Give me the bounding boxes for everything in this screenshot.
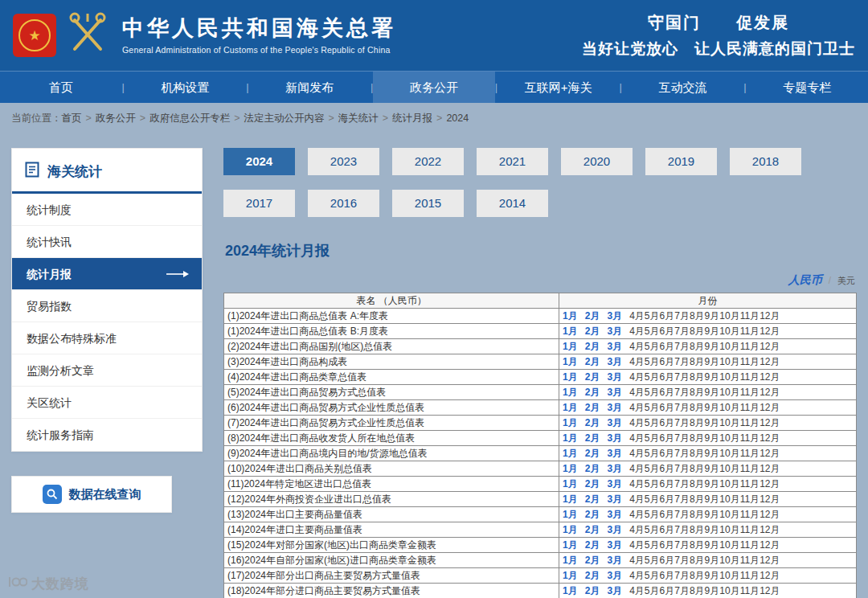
month-label: 11月 [740,478,760,489]
month-link[interactable]: 2月 [585,432,600,444]
month-link[interactable]: 2月 [585,356,600,367]
month-label: 5月 [645,509,660,520]
month-link[interactable]: 1月 [563,570,578,581]
sidebar-item-4[interactable]: 数据公布特殊标准 [12,322,202,354]
breadcrumb-item-2[interactable]: 政府信息公开专栏 [149,113,230,124]
month-label: 5月 [645,356,660,367]
nav-item-6[interactable]: 专题专栏 [747,72,868,103]
month-link[interactable]: 1月 [563,387,578,398]
breadcrumb-item-3[interactable]: 法定主动公开内容 [244,113,324,124]
month-link[interactable]: 1月 [563,555,578,566]
month-link[interactable]: 3月 [607,463,622,474]
month-link[interactable]: 3月 [607,494,622,505]
month-link[interactable]: 2月 [585,494,600,505]
month-label: 10月 [719,478,739,489]
month-link[interactable]: 3月 [607,326,622,337]
month-link[interactable]: 2月 [585,524,600,535]
month-link[interactable]: 1月 [563,402,578,413]
month-link[interactable]: 3月 [607,539,622,551]
month-link[interactable]: 1月 [563,371,578,383]
month-link[interactable]: 1月 [563,585,578,596]
month-link[interactable]: 3月 [607,402,622,413]
year-tab-2023[interactable]: 2023 [308,148,379,175]
month-link[interactable]: 2月 [585,341,600,352]
nav-item-2[interactable]: 新闻发布 [249,72,371,103]
currency-usd-button[interactable]: 美元 [837,275,855,287]
month-link[interactable]: 2月 [585,539,600,551]
month-link[interactable]: 1月 [563,432,578,444]
month-link[interactable]: 2月 [585,448,600,459]
month-link[interactable]: 3月 [607,341,622,352]
month-link[interactable]: 2月 [585,417,600,428]
table-name-cell: (16)2024年自部分国家(地区)进口商品类章金额表 [224,553,559,568]
month-link[interactable]: 3月 [607,371,622,383]
nav-item-1[interactable]: 机构设置 [125,72,246,103]
breadcrumb-item-0[interactable]: 首页 [62,113,82,124]
month-link[interactable]: 2月 [585,585,600,596]
year-tab-2021[interactable]: 2021 [477,148,548,175]
breadcrumb-item-6[interactable]: 2024 [446,113,469,124]
month-label: 11月 [740,494,760,505]
nav-item-3[interactable]: 政务公开 [373,72,494,103]
nav-item-4[interactable]: 互联网+海关 [497,72,619,103]
month-link[interactable]: 2月 [585,387,600,398]
month-link[interactable]: 1月 [563,417,578,428]
year-tab-2016[interactable]: 2016 [308,190,379,217]
nav-item-5[interactable]: 互动交流 [622,72,743,103]
month-link[interactable]: 1月 [563,356,578,367]
month-link[interactable]: 2月 [585,463,600,474]
year-tab-2022[interactable]: 2022 [392,148,464,175]
month-link[interactable]: 1月 [563,494,578,505]
year-tab-2014[interactable]: 2014 [477,190,548,217]
month-link[interactable]: 1月 [563,524,578,535]
breadcrumb-item-1[interactable]: 政务公开 [96,113,136,124]
month-link[interactable]: 3月 [607,417,622,428]
month-link[interactable]: 3月 [607,585,622,596]
sidebar-item-0[interactable]: 统计制度 [12,194,202,226]
month-link[interactable]: 1月 [563,463,578,474]
month-link[interactable]: 1月 [563,326,578,337]
sidebar-item-6[interactable]: 关区统计 [12,387,202,419]
breadcrumb-item-4[interactable]: 海关统计 [338,113,379,124]
month-link[interactable]: 1月 [563,509,578,520]
sidebar-item-3[interactable]: 贸易指数 [12,290,202,322]
month-link[interactable]: 2月 [585,478,600,489]
sidebar-item-7[interactable]: 统计服务指南 [12,419,202,451]
month-link[interactable]: 2月 [585,326,600,337]
month-link[interactable]: 3月 [607,387,622,398]
month-link[interactable]: 3月 [607,555,622,566]
month-link[interactable]: 1月 [563,539,578,551]
month-link[interactable]: 2月 [585,371,600,383]
year-tab-2020[interactable]: 2020 [561,148,633,175]
year-tab-2019[interactable]: 2019 [645,148,717,175]
month-link[interactable]: 3月 [607,478,622,489]
month-link[interactable]: 1月 [563,341,578,352]
month-link[interactable]: 3月 [607,524,622,535]
breadcrumb-item-5[interactable]: 统计月报 [392,113,432,124]
month-link[interactable]: 3月 [607,432,622,444]
breadcrumb-label: 当前位置： [11,113,62,124]
month-link[interactable]: 2月 [585,402,600,413]
month-link[interactable]: 1月 [563,478,578,489]
month-link[interactable]: 3月 [607,356,622,367]
month-link[interactable]: 2月 [585,310,600,322]
sidebar-item-2[interactable]: 统计月报 [12,258,202,290]
nav-item-0[interactable]: 首页 [0,72,121,103]
month-link[interactable]: 2月 [585,555,600,566]
sidebar-item-1[interactable]: 统计快讯 [12,226,202,258]
month-link[interactable]: 1月 [563,448,578,459]
month-link[interactable]: 1月 [563,310,578,322]
currency-rmb-button[interactable]: 人民币 [788,273,822,288]
month-link[interactable]: 3月 [607,448,622,459]
month-link[interactable]: 3月 [607,570,622,581]
year-tab-2015[interactable]: 2015 [392,190,464,217]
month-link[interactable]: 2月 [585,570,600,581]
month-link[interactable]: 2月 [585,509,600,520]
month-link[interactable]: 3月 [607,509,622,520]
data-query-button[interactable]: 数据在线查询 [11,476,172,513]
sidebar-item-5[interactable]: 监测分析文章 [12,354,202,387]
year-tab-2024[interactable]: 2024 [223,148,295,175]
year-tab-2018[interactable]: 2018 [730,148,801,175]
month-link[interactable]: 3月 [607,310,622,322]
year-tab-2017[interactable]: 2017 [223,190,295,217]
